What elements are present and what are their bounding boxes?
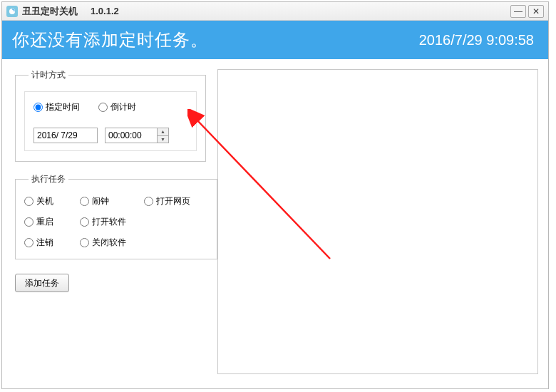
radio-open-webpage-label: 打开网页: [156, 195, 190, 207]
radio-countdown-label: 倒计时: [110, 101, 136, 113]
left-column: 计时方式 指定时间 倒计时 2016/ 7: [15, 69, 206, 374]
radio-open-software[interactable]: 打开软件: [80, 216, 144, 228]
date-input[interactable]: 2016/ 7/29: [34, 128, 98, 143]
time-input[interactable]: 00:00:00 ▲ ▼: [105, 128, 169, 143]
radio-logout-label: 注销: [36, 237, 53, 249]
body-area: 计时方式 指定时间 倒计时 2016/ 7: [2, 59, 548, 374]
radio-restart-label: 重启: [36, 216, 53, 228]
titlebar: 丑丑定时关机 1.0.1.2 — ✕: [2, 2, 548, 21]
radio-close-software-label: 关闭软件: [92, 237, 126, 249]
radio-alarm-input[interactable]: [80, 197, 89, 206]
radio-open-software-label: 打开软件: [92, 216, 126, 228]
radio-open-webpage-input[interactable]: [144, 197, 153, 206]
radio-shutdown-label: 关机: [36, 195, 53, 207]
radio-specified-time[interactable]: 指定时间: [34, 101, 80, 113]
task-list-panel: [217, 69, 538, 374]
time-spinner: ▲ ▼: [157, 128, 168, 143]
radio-open-webpage[interactable]: 打开网页: [144, 195, 208, 207]
radio-close-software-input[interactable]: [80, 238, 89, 247]
time-value: 00:00:00: [105, 130, 157, 140]
radio-shutdown-input[interactable]: [24, 197, 34, 206]
banner-message: 你还没有添加定时任务。: [12, 29, 208, 51]
radio-shutdown[interactable]: 关机: [24, 195, 80, 207]
task-group: 执行任务 关机 闹钟 打开网页: [15, 173, 217, 259]
radio-logout[interactable]: 注销: [24, 237, 80, 249]
radio-specified-input[interactable]: [34, 103, 43, 112]
radio-alarm[interactable]: 闹钟: [80, 195, 144, 207]
spinner-down-icon[interactable]: ▼: [158, 136, 168, 143]
radio-alarm-label: 闹钟: [92, 195, 109, 207]
task-legend: 执行任务: [29, 173, 68, 185]
radio-logout-input[interactable]: [24, 238, 34, 247]
add-task-button[interactable]: 添加任务: [15, 274, 69, 292]
radio-restart-input[interactable]: [24, 217, 34, 227]
spinner-up-icon[interactable]: ▲: [158, 128, 168, 136]
radio-restart[interactable]: 重启: [24, 216, 80, 228]
minimize-button[interactable]: —: [510, 5, 526, 18]
timing-mode-group: 计时方式 指定时间 倒计时 2016/ 7: [15, 69, 206, 162]
radio-close-software[interactable]: 关闭软件: [80, 237, 144, 249]
notice-banner: 你还没有添加定时任务。 2016/7/29 9:09:58: [2, 21, 548, 59]
app-icon: [6, 6, 18, 17]
app-window: 丑丑定时关机 1.0.1.2 — ✕ 你还没有添加定时任务。 2016/7/29…: [1, 1, 549, 389]
radio-countdown-input[interactable]: [98, 103, 108, 112]
banner-datetime: 2016/7/29 9:09:58: [419, 32, 534, 48]
radio-countdown[interactable]: 倒计时: [98, 101, 136, 113]
date-value: 2016/ 7/29: [37, 130, 78, 140]
radio-open-software-input[interactable]: [80, 217, 89, 227]
radio-specified-label: 指定时间: [46, 101, 80, 113]
close-button[interactable]: ✕: [528, 5, 544, 18]
timing-mode-legend: 计时方式: [29, 69, 68, 81]
app-version: 1.0.1.2: [91, 6, 119, 16]
app-title: 丑丑定时关机: [22, 5, 78, 18]
timing-inner: 指定时间 倒计时 2016/ 7/29 00:00:00: [24, 91, 197, 151]
